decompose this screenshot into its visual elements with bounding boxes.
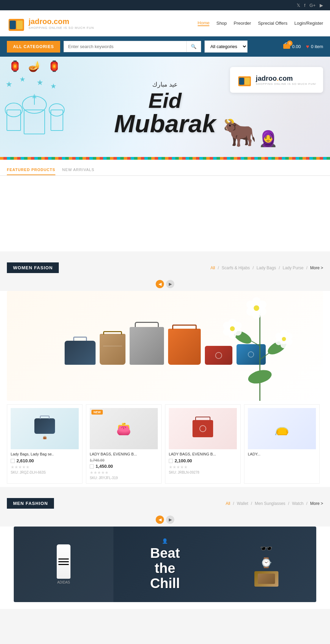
men-link-sep1: / <box>233 501 234 506</box>
left-decoration: 🏮 🪔 🏮 ★ ★ ★ ★ <box>0 57 69 160</box>
stars-3: ★★★★★ <box>169 465 237 470</box>
product-img-4: 👝 <box>248 408 316 449</box>
men-section-header: MEN FASHION All / Wallet / Men Sunglasse… <box>0 494 330 513</box>
svg-text:★: ★ <box>52 84 55 89</box>
all-categories-button[interactable]: ALL CATEGORIES <box>7 41 60 53</box>
price-checkbox-2 <box>90 464 94 468</box>
google-plus-icon[interactable]: G+ <box>309 3 316 8</box>
women-banner-wrap <box>0 291 330 401</box>
price-value-2: 1,450.00 <box>96 464 113 469</box>
top-social-bar: 𝕏 f G+ ▶ <box>0 0 330 10</box>
watch-icon: ⌚ <box>260 557 272 568</box>
women-carousel-controls: ◀ ▶ <box>0 277 330 291</box>
hero-logo: jadroo.com SHOPPING ONLINE IS SO MUCH FU… <box>230 67 323 93</box>
hero-logo-icon <box>237 72 252 88</box>
product-price-1: 2,610.00 <box>11 458 79 463</box>
men-carousel-prev[interactable]: ◀ <box>156 516 164 524</box>
hero-logo-box: jadroo.com SHOPPING ONLINE IS SO MUCH FU… <box>230 67 323 93</box>
women-link-all[interactable]: All <box>210 265 215 270</box>
men-link-watch[interactable]: Watch <box>292 501 304 506</box>
svg-point-48 <box>230 326 235 331</box>
men-link-wallet[interactable]: Wallet <box>237 501 248 506</box>
price-value-1: 2,610.00 <box>16 458 34 463</box>
nav-home[interactable]: Home <box>198 20 210 26</box>
svg-rect-9 <box>7 110 21 131</box>
product-card-2: NEW 👛 LADY BAGS, EVENING B... 1,740.00 1… <box>86 404 162 484</box>
women-carousel-next[interactable]: ▶ <box>166 280 174 288</box>
old-price-2: 1,740.00 <box>90 458 104 462</box>
women-link-separator1: / <box>218 265 219 270</box>
svg-text:★: ★ <box>7 81 11 87</box>
price-value-3: 2,100.00 <box>175 458 192 463</box>
logo-area[interactable]: jadroo.com SHOPPING ONLINE IS SO MUCH FU… <box>7 14 94 33</box>
hero-banner: 🏮 🪔 🏮 ★ ★ ★ ★ <box>0 57 330 160</box>
cart-price: 0.00 <box>292 44 301 49</box>
nav-special-offers[interactable]: Sprecial Offers <box>258 21 287 26</box>
wishlist-count: 0 item <box>311 44 323 49</box>
heart-icon: ♥ <box>306 44 309 50</box>
new-badge-2: NEW <box>91 410 103 415</box>
header: jadroo.com SHOPPING ONLINE IS SO MUCH FU… <box>0 10 330 36</box>
svg-text:★: ★ <box>38 80 42 85</box>
category-select[interactable]: All categories <box>205 41 248 53</box>
women-link-separator4: / <box>306 265 307 270</box>
sunglasses-icon: 🕶️ <box>260 542 273 554</box>
logo-bag-icon <box>7 14 26 33</box>
men-link-more[interactable]: More > <box>310 501 323 506</box>
svg-rect-18 <box>245 78 250 84</box>
men-banner-wrap: ADIDAS 👤 BeattheChill 🕶️ ⌚ <box>0 527 330 609</box>
svg-marker-15 <box>33 94 36 98</box>
men-carousel-next[interactable]: ▶ <box>166 516 174 524</box>
search-input[interactable] <box>64 41 187 52</box>
twitter-icon[interactable]: 𝕏 <box>297 3 300 8</box>
stars-1: ★★★★★ <box>11 465 79 470</box>
flowers-decoration <box>197 291 323 401</box>
search-button[interactable]: 🔍 <box>187 41 201 52</box>
svg-point-39 <box>275 333 282 340</box>
women-section-header: WOMEN FASION All / Scarfs & Hijabs / Lad… <box>0 258 330 277</box>
men-left-panel: ADIDAS <box>14 527 113 602</box>
mubarak-word: Mubarak <box>114 111 216 136</box>
wallet-icon <box>254 571 278 587</box>
women-carousel-prev[interactable]: ◀ <box>156 280 164 288</box>
sku-1: SKU: JRQZ-DLH-663S <box>11 471 79 474</box>
product-card-3: LADY BAGS, EVENING B... 2,100.00 ★★★★★ S… <box>165 404 241 484</box>
men-link-sep4: / <box>306 501 307 506</box>
wishlist-box[interactable]: ♥ 0 item <box>306 44 323 50</box>
price-checkbox-1 <box>11 459 15 463</box>
nav-shop[interactable]: Shop <box>216 21 227 26</box>
nav-preorder[interactable]: Preorder <box>234 21 251 26</box>
women-link-more[interactable]: More > <box>310 265 323 270</box>
youtube-icon[interactable]: ▶ <box>320 3 323 8</box>
bag-3 <box>130 327 164 365</box>
tab-new-arrivals[interactable]: NEW ARRIVALS <box>62 165 95 175</box>
men-carousel-controls: ◀ ▶ <box>0 513 330 527</box>
tab-featured-products[interactable]: FEATURED PRODUCTS <box>7 165 55 175</box>
logo-text: jadroo.com SHOPPING ONLINE IS SO MUCH FU… <box>29 17 94 30</box>
cart-box[interactable]: 0 0.00 <box>283 43 301 50</box>
men-banner: ADIDAS 👤 BeattheChill 🕶️ ⌚ <box>14 527 316 602</box>
svg-rect-2 <box>16 21 23 29</box>
product-price-2: 1,740.00 <box>90 458 158 462</box>
men-section-title: MEN FASHION <box>7 498 54 509</box>
women-link-lady-purse[interactable]: Lady Purse <box>283 265 304 270</box>
cart-right: 0 0.00 ♥ 0 item <box>283 43 323 50</box>
product-tabs: FEATURED PRODUCTS NEW ARRIVALS <box>0 160 330 176</box>
women-link-lady-bags[interactable]: Lady Bags <box>256 265 276 270</box>
men-banner-content: ADIDAS 👤 BeattheChill 🕶️ ⌚ <box>14 527 316 602</box>
men-link-sunglasses[interactable]: Men Sunglasses <box>255 501 285 506</box>
logo-domain: com <box>54 17 69 26</box>
svg-rect-13 <box>51 110 63 131</box>
men-link-all[interactable]: All <box>226 501 230 506</box>
product-card-4: 👝 LADY... <box>244 404 320 484</box>
men-link-sep2: / <box>251 501 252 506</box>
svg-point-40 <box>282 337 286 341</box>
nav-login-register[interactable]: Login/Register <box>294 21 323 26</box>
mosque-silhouette: ★ ★ ★ ★ <box>3 76 65 137</box>
flowers-svg <box>208 291 311 401</box>
men-left-content: ADIDAS <box>57 544 70 584</box>
product-price-2b: 1,450.00 <box>90 464 158 469</box>
women-link-scarfs[interactable]: Scarfs & Hijabs <box>222 265 250 270</box>
facebook-icon[interactable]: f <box>304 3 306 8</box>
main-nav: Home Shop Preorder Sprecial Offers Login… <box>198 20 323 26</box>
